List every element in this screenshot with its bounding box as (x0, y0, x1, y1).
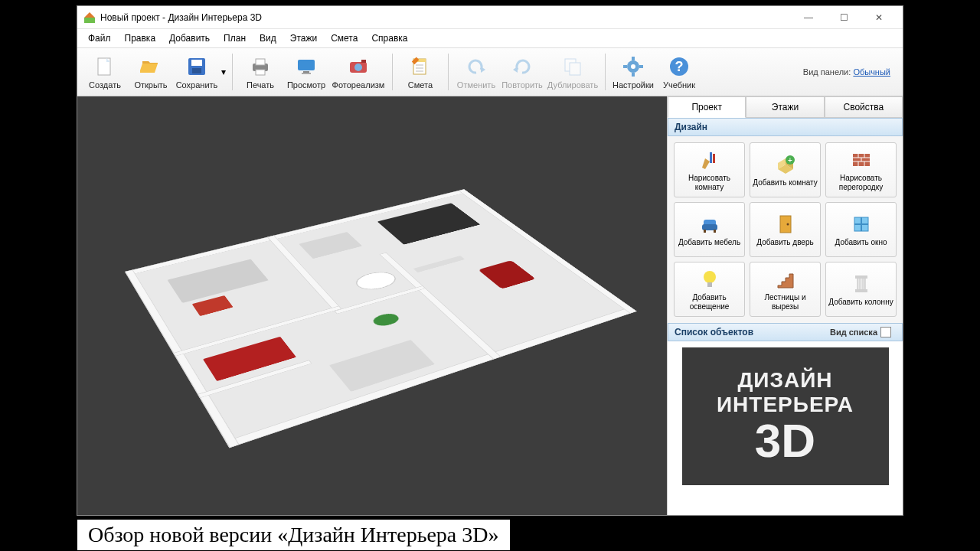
preview-button[interactable]: Просмотр (283, 50, 329, 94)
duplicate-button[interactable]: Дублировать (545, 50, 600, 94)
menu-plan[interactable]: План (217, 31, 252, 46)
svg-rect-10 (298, 60, 315, 70)
svg-rect-59 (858, 278, 865, 290)
maximize-button[interactable]: ☐ (826, 6, 861, 29)
svg-marker-22 (513, 67, 518, 73)
design-tools: Нарисовать комнату + Добавить комнату На… (668, 136, 903, 323)
new-file-icon (93, 54, 117, 79)
camera-icon (346, 54, 371, 79)
svg-point-57 (704, 271, 716, 283)
menu-help[interactable]: Справка (365, 31, 413, 46)
panel-mode-link[interactable]: Обычный (853, 67, 890, 77)
floor-plan-render (112, 107, 632, 490)
add-room-button[interactable]: + Добавить комнату (750, 142, 821, 197)
svg-point-53 (786, 223, 789, 225)
column-icon (850, 272, 873, 295)
estimate-button[interactable]: Смета (397, 50, 443, 94)
minimize-button[interactable]: — (791, 6, 826, 29)
save-dropdown[interactable]: ▾ (220, 67, 227, 77)
tab-floors[interactable]: Этажи (746, 96, 824, 118)
svg-rect-33 (710, 152, 712, 163)
brick-wall-icon (850, 148, 873, 171)
tutorial-button[interactable]: ? Учебник (656, 50, 702, 94)
menu-view[interactable]: Вид (253, 31, 283, 46)
settings-button[interactable]: Настройки (610, 50, 656, 94)
svg-rect-51 (714, 230, 716, 233)
app-window: Новый проект - Дизайн Интерьера 3D — ☐ ✕… (77, 5, 903, 516)
tab-project[interactable]: Проект (668, 96, 746, 118)
duplicate-icon (560, 54, 585, 79)
print-button[interactable]: Печать (237, 50, 283, 94)
svg-rect-27 (632, 57, 635, 60)
svg-rect-58 (707, 282, 712, 287)
stairs-cutouts-button[interactable]: Лестницы и вырезы (750, 262, 821, 317)
menu-estimate[interactable]: Смета (325, 31, 364, 46)
svg-rect-15 (361, 60, 366, 63)
svg-rect-0 (84, 18, 95, 23)
list-mode-label: Вид списка (830, 328, 877, 337)
draw-partition-button[interactable]: Нарисовать перегородку (825, 142, 897, 197)
add-window-button[interactable]: Добавить окно (825, 202, 897, 257)
menu-add[interactable]: Добавить (163, 31, 216, 46)
redo-button[interactable]: Повторить (499, 50, 545, 94)
design-header: Дизайн (668, 118, 903, 136)
svg-rect-50 (704, 230, 706, 233)
monitor-icon (294, 54, 318, 79)
objects-header: Список объектов Вид списка (668, 323, 903, 341)
save-icon (185, 54, 209, 79)
folder-open-icon (139, 54, 163, 79)
svg-rect-12 (302, 73, 311, 74)
open-button[interactable]: Открыть (128, 50, 174, 94)
bulb-icon (698, 268, 721, 291)
svg-marker-1 (84, 12, 95, 18)
svg-point-26 (631, 64, 635, 69)
svg-rect-11 (303, 71, 309, 73)
undo-button[interactable]: Отменить (453, 50, 499, 94)
add-door-button[interactable]: Добавить дверь (750, 202, 821, 257)
menu-bar: Файл Правка Добавить План Вид Этажи Смет… (77, 29, 903, 47)
svg-rect-60 (855, 276, 867, 279)
notepad-icon (408, 54, 433, 79)
video-caption: Обзор новой версии «Дизайн Интерьера 3D» (77, 519, 511, 551)
svg-rect-52 (780, 216, 791, 233)
menu-edit[interactable]: Правка (119, 31, 162, 46)
svg-rect-29 (623, 65, 627, 68)
svg-rect-34 (713, 154, 715, 163)
right-panel: Проект Этажи Свойства Дизайн Нарисовать … (667, 96, 903, 515)
3d-viewport[interactable] (77, 96, 667, 515)
product-logo: ДИЗАЙН ИНТЕРЬЕРА 3D (682, 347, 889, 485)
armchair-icon (698, 213, 721, 236)
window-icon (850, 213, 873, 236)
door-icon (774, 213, 797, 236)
printer-icon (248, 54, 273, 79)
svg-rect-9 (256, 70, 265, 75)
add-lighting-button[interactable]: Добавить освещение (674, 262, 745, 317)
help-icon: ? (667, 54, 691, 79)
svg-rect-5 (191, 60, 202, 66)
svg-rect-6 (192, 68, 201, 73)
draw-room-button[interactable]: Нарисовать комнату (674, 142, 745, 197)
svg-point-14 (354, 64, 362, 71)
tab-properties[interactable]: Свойства (825, 96, 903, 118)
svg-rect-28 (632, 73, 635, 77)
svg-marker-21 (481, 67, 485, 73)
pencil-brush-icon (698, 148, 721, 171)
title-bar: Новый проект - Дизайн Интерьера 3D — ☐ ✕ (77, 6, 903, 29)
new-button[interactable]: Создать (82, 50, 128, 94)
add-column-button[interactable]: Добавить колонну (825, 262, 897, 317)
svg-text:+: + (788, 156, 792, 165)
menu-file[interactable]: Файл (82, 31, 117, 46)
save-button[interactable]: Сохранить (174, 50, 220, 94)
svg-rect-30 (639, 65, 643, 68)
svg-rect-24 (570, 63, 580, 75)
close-button[interactable]: ✕ (861, 6, 897, 29)
room-plus-icon: + (774, 153, 797, 176)
menu-floors[interactable]: Этажи (284, 31, 323, 46)
undo-icon (464, 54, 488, 79)
list-mode-button[interactable] (880, 327, 891, 337)
stairs-icon (774, 268, 797, 291)
svg-rect-61 (855, 289, 867, 292)
photoreal-button[interactable]: Фотореализм (329, 50, 387, 94)
gear-icon (621, 54, 645, 79)
add-furniture-button[interactable]: Добавить мебель (674, 202, 745, 257)
